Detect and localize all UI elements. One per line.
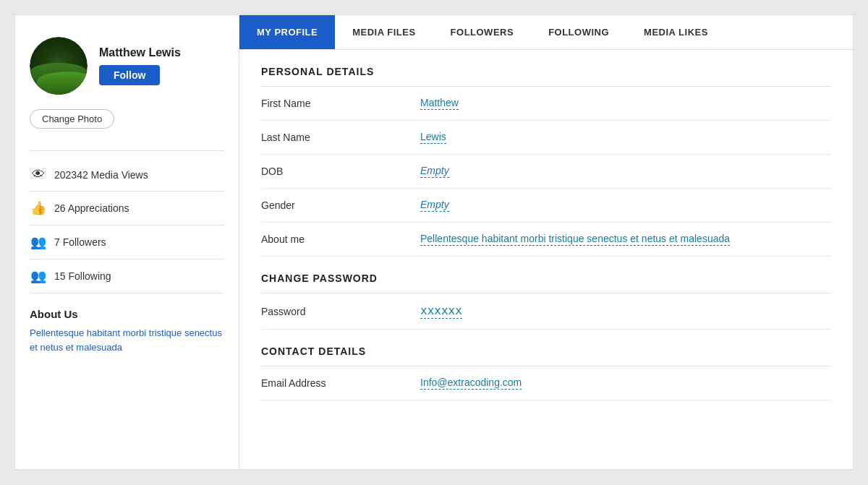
last-name-value[interactable]: Lewis (420, 131, 446, 144)
gender-label: Gender (261, 199, 420, 211)
profile-header: Matthew Lewis Follow (30, 37, 224, 95)
following-icon: 👥 (30, 268, 47, 284)
about-me-label: About me (261, 233, 420, 245)
tab-media-files[interactable]: MEDIA FILES (335, 15, 433, 49)
first-name-label: First Name (261, 98, 420, 109)
change-photo-container: Change Photo (30, 109, 224, 143)
last-name-row: Last Name Lewis (261, 121, 831, 155)
first-name-value[interactable]: Matthew (420, 97, 459, 110)
password-label: Password (261, 306, 420, 317)
stat-followers: 👥 7 Followers (30, 226, 224, 259)
dob-value[interactable]: Empty (420, 165, 449, 178)
about-title: About Us (30, 308, 224, 320)
stat-following-label: 15 Following (54, 270, 111, 282)
email-label: Email Address (261, 377, 420, 389)
profile-content: PERSONAL DETAILS First Name Matthew Last… (239, 50, 853, 469)
avatar (30, 37, 88, 95)
gender-value[interactable]: Empty (420, 199, 449, 212)
last-name-label: Last Name (261, 132, 420, 143)
about-me-value[interactable]: Pellentesque habitant morbi tristique se… (420, 233, 730, 246)
first-name-row: First Name Matthew (261, 87, 831, 121)
tab-following[interactable]: FOLLOWING (531, 15, 626, 49)
sidebar-divider (30, 150, 224, 151)
tab-media-likes[interactable]: MEDIA LIKES (626, 15, 726, 49)
gender-row: Gender Empty (261, 189, 831, 223)
password-row: Password xxxxxx (261, 293, 831, 330)
main-content: MY PROFILE MEDIA FILES FOLLOWERS FOLLOWI… (239, 15, 853, 469)
stat-following: 👥 15 Following (30, 259, 224, 293)
stat-appreciations: 👍 26 Appreciations (30, 192, 224, 226)
contact-details-title: CONTACT DETAILS (261, 330, 831, 366)
tabs-bar: MY PROFILE MEDIA FILES FOLLOWERS FOLLOWI… (239, 15, 853, 50)
change-photo-button[interactable]: Change Photo (30, 109, 114, 129)
eye-icon: 👁 (30, 167, 47, 182)
followers-icon: 👥 (30, 234, 47, 250)
avatar-image (30, 37, 88, 95)
tab-followers[interactable]: FOLLOWERS (433, 15, 532, 49)
dob-row: DOB Empty (261, 155, 831, 189)
stat-appreciations-label: 26 Appreciations (54, 202, 129, 214)
change-password-title: CHANGE PASSWORD (261, 257, 831, 293)
tab-my-profile[interactable]: MY PROFILE (239, 15, 335, 49)
app-container: Matthew Lewis Follow Change Photo 👁 2023… (14, 14, 854, 470)
thumbsup-icon: 👍 (30, 200, 47, 216)
profile-name: Matthew Lewis (99, 46, 181, 59)
follow-button[interactable]: Follow (99, 65, 160, 85)
sidebar: Matthew Lewis Follow Change Photo 👁 2023… (15, 15, 239, 469)
dob-label: DOB (261, 166, 420, 177)
email-row: Email Address Info@extracoding.com (261, 366, 831, 400)
stat-media-views-label: 202342 Media Views (54, 169, 148, 181)
profile-info: Matthew Lewis Follow (99, 46, 181, 85)
about-me-row: About me Pellentesque habitant morbi tri… (261, 223, 831, 257)
stat-media-views: 👁 202342 Media Views (30, 158, 224, 192)
personal-details-title: PERSONAL DETAILS (261, 50, 831, 86)
stat-followers-label: 7 Followers (54, 236, 106, 248)
stats-list: 👁 202342 Media Views 👍 26 Appreciations … (30, 158, 224, 293)
password-value[interactable]: xxxxxx (420, 304, 462, 319)
about-text: Pellentesque habitant morbi tristique se… (30, 326, 224, 354)
email-value[interactable]: Info@extracoding.com (420, 377, 522, 390)
about-section: About Us Pellentesque habitant morbi tri… (30, 308, 224, 354)
